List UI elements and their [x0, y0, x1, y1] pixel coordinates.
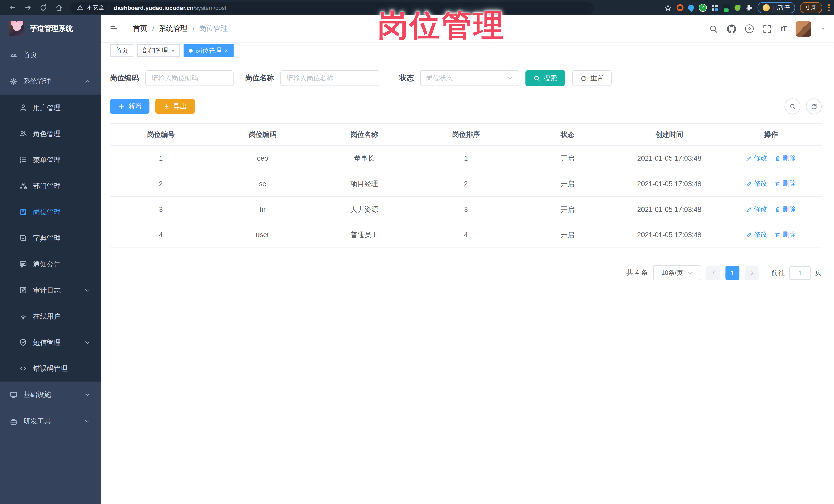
plus-icon: [118, 103, 125, 110]
trash-icon: [775, 206, 781, 213]
sidebar-item-system[interactable]: 系统管理: [0, 68, 101, 95]
tab-posts[interactable]: 岗位管理 ×: [184, 44, 234, 57]
edit-icon: [746, 232, 752, 238]
sidebar-item-sms[interactable]: 短信管理: [0, 329, 101, 356]
extension-check-icon[interactable]: ✓: [699, 4, 707, 12]
help-icon[interactable]: ?: [745, 24, 754, 33]
extension-grid-icon[interactable]: [711, 5, 718, 11]
message-icon: [19, 260, 27, 268]
breadcrumb-system[interactable]: 系统管理: [159, 24, 188, 34]
extension-leaf-icon[interactable]: [735, 5, 741, 11]
bookmark-star-icon[interactable]: [664, 4, 672, 12]
sidebar-item-error-codes[interactable]: 错误码管理: [0, 355, 101, 381]
delete-link[interactable]: 删除: [775, 230, 796, 239]
extension-orange-icon[interactable]: [677, 4, 684, 11]
export-button[interactable]: 导出: [155, 99, 195, 114]
edit-icon: [746, 155, 752, 161]
post-code-label: 岗位编码: [110, 73, 139, 83]
chevron-down-icon: [84, 392, 90, 398]
shield-icon: [19, 338, 27, 346]
breadcrumb-home[interactable]: 首页: [133, 24, 147, 34]
sidebar-item-dictionary[interactable]: 字典管理: [0, 225, 101, 251]
browser-toolbar: 不安全 dashboard.yudao.iocoder.cn/system/po…: [0, 0, 834, 16]
tab-home[interactable]: 首页: [110, 44, 133, 57]
monitor-icon: [9, 391, 18, 399]
search-icon[interactable]: [709, 24, 718, 33]
fullscreen-icon[interactable]: [763, 24, 772, 33]
trash-icon: [775, 180, 781, 187]
sidebar-item-departments[interactable]: 部门管理: [0, 173, 101, 199]
sidebar-item-audit-log[interactable]: 审计日志: [0, 277, 101, 304]
security-label: 不安全: [87, 4, 104, 12]
toolbox-icon: [9, 417, 18, 425]
edit-icon: [746, 180, 752, 187]
address-bar[interactable]: 不安全 dashboard.yudao.iocoder.cn/system/po…: [70, 2, 594, 14]
forward-icon[interactable]: [24, 4, 32, 12]
download-icon: [163, 103, 170, 110]
extensions-puzzle-icon[interactable]: [745, 4, 753, 12]
prev-page-button[interactable]: [706, 266, 720, 280]
goto-page-input[interactable]: [789, 266, 811, 280]
paused-badge[interactable]: 已暂停: [758, 2, 795, 13]
sidebar-item-notices[interactable]: 通知公告: [0, 251, 101, 277]
list-icon: [19, 156, 27, 164]
sidebar-item-infrastructure[interactable]: 基础设施: [0, 381, 101, 408]
status-select[interactable]: 岗位状态: [420, 70, 519, 86]
close-icon[interactable]: ×: [171, 47, 175, 54]
sidebar-item-posts[interactable]: 岗位管理: [0, 199, 101, 225]
next-page-button[interactable]: [745, 266, 759, 280]
sidebar-item-online-users[interactable]: 在线用户: [0, 303, 101, 329]
edit-link[interactable]: 修改: [746, 230, 767, 239]
table-row: 2 se 项目经理 2 开启 2021-01-05 17:03:48 修改 删除: [110, 171, 822, 197]
reload-icon[interactable]: [39, 4, 47, 12]
page-size-select[interactable]: 10条/页: [653, 265, 701, 280]
post-code-input[interactable]: [145, 70, 234, 86]
app-logo[interactable]: 芋道管理系统: [0, 16, 101, 42]
github-icon[interactable]: [727, 24, 736, 33]
sidebar-toggle-icon[interactable]: [109, 24, 118, 33]
tab-departments[interactable]: 部门管理 ×: [137, 44, 180, 57]
system-submenu: 用户管理 角色管理 菜单管理 部门管理: [0, 95, 101, 381]
post-name-input[interactable]: [280, 70, 379, 86]
add-button[interactable]: 新增: [110, 99, 149, 114]
edit-link[interactable]: 修改: [746, 205, 767, 214]
close-icon[interactable]: ×: [225, 47, 228, 54]
refresh-table-button[interactable]: [806, 98, 822, 114]
sidebar-item-menus[interactable]: 菜单管理: [0, 147, 101, 173]
toggle-search-button[interactable]: [785, 98, 800, 114]
chevron-up-icon: [84, 78, 90, 85]
delete-link[interactable]: 删除: [775, 154, 796, 163]
status-text: 开启: [517, 230, 618, 240]
trash-icon: [775, 232, 781, 238]
status-label: 状态: [399, 73, 414, 83]
edit-link[interactable]: 修改: [746, 179, 767, 188]
sidebar-item-dev-tools[interactable]: 研发工具: [0, 408, 101, 435]
delete-link[interactable]: 删除: [775, 205, 796, 214]
page-number-button[interactable]: 1: [725, 266, 739, 280]
home-icon[interactable]: [55, 4, 63, 12]
sidebar-item-roles[interactable]: 角色管理: [0, 121, 101, 147]
table-row: 1 ceo 董事长 1 开启 2021-01-05 17:03:48 修改 删除: [110, 146, 822, 171]
search-button[interactable]: 搜索: [525, 70, 565, 86]
delete-link[interactable]: 删除: [775, 179, 796, 188]
sidebar-item-users[interactable]: 用户管理: [0, 95, 101, 121]
update-button[interactable]: 更新: [800, 2, 822, 13]
back-icon[interactable]: [8, 4, 17, 12]
sidebar-item-home[interactable]: 首页: [0, 42, 101, 68]
font-size-icon[interactable]: tT: [781, 24, 787, 33]
extension-pin-icon[interactable]: [687, 4, 695, 12]
reset-button[interactable]: 重置: [572, 70, 612, 86]
browser-menu-icon[interactable]: [828, 4, 830, 11]
trash-icon: [775, 155, 781, 161]
code-icon: [19, 364, 27, 372]
breadcrumb: 首页 / 系统管理 / 岗位管理: [133, 24, 228, 34]
active-dot-icon: [189, 49, 193, 52]
users-icon: [19, 130, 27, 138]
extension-crm-icon[interactable]: [723, 4, 730, 11]
post-name-label: 岗位名称: [245, 73, 274, 83]
user-avatar[interactable]: [796, 21, 811, 37]
app-title: 芋道管理系统: [30, 24, 73, 33]
app-navbar: 首页 / 系统管理 / 岗位管理 ? tT: [101, 16, 834, 43]
avatar-caret-icon[interactable]: [820, 25, 827, 32]
edit-link[interactable]: 修改: [746, 154, 767, 163]
